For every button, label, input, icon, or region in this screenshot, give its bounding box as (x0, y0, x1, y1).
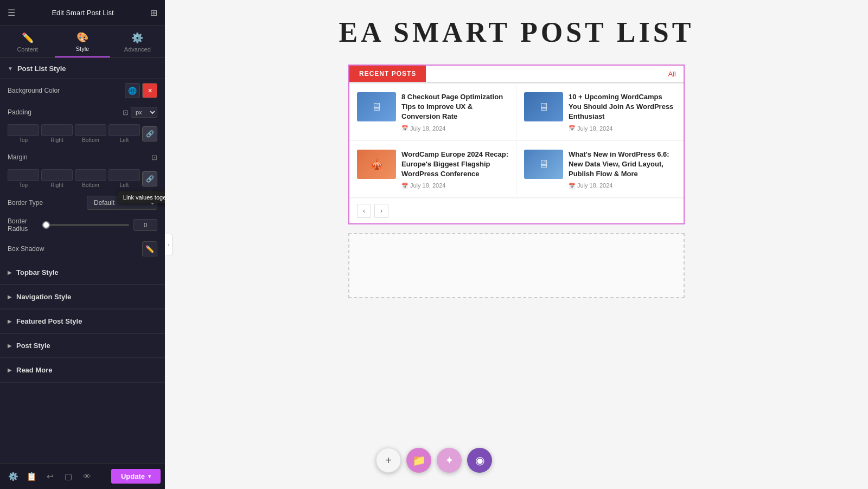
post-list-style-section: ▼ Post List Style Background Color 🌐 ✕ P… (0, 58, 165, 261)
post-info-4: What's New in WordPress 6.6: New Data Vi… (569, 150, 676, 189)
padding-left-label: Left (120, 137, 129, 143)
margin-label: Margin (8, 153, 28, 161)
fab-magic-btn[interactable]: ✦ (437, 448, 462, 473)
box-shadow-edit-btn[interactable]: ✏️ (142, 241, 157, 256)
update-button[interactable]: Update ▾ (111, 469, 161, 484)
padding-unit-wrap: ⊡ pxemrem% (123, 107, 157, 118)
box-shadow-label: Box Shadow (8, 245, 44, 253)
post-date-3: 📅 July 18, 2024 (401, 182, 508, 189)
padding-bottom-input[interactable] (75, 124, 106, 136)
navigation-style-header[interactable]: ▶ Navigation Style (0, 285, 165, 309)
style-tab-label: Style (76, 46, 89, 52)
style-tab-icon: 🎨 (76, 31, 88, 43)
panel-collapse-btn[interactable]: ‹ (165, 234, 173, 255)
margin-inputs: Top Right Bottom Left 🔗 Link values toge… (0, 167, 165, 192)
post-info-2: 10 + Upcoming WordCamps You Should Join … (569, 92, 676, 132)
hamburger-icon[interactable]: ☰ (8, 8, 15, 18)
featured-post-arrow: ▶ (8, 318, 12, 324)
next-page-btn[interactable]: › (374, 204, 388, 218)
topbar-style-label: Topbar Style (16, 268, 59, 276)
padding-link-btn[interactable]: 🔗 (142, 126, 157, 141)
thumb-icon-2: 🖥 (538, 101, 549, 113)
global-color-btn[interactable]: 🌐 (125, 83, 140, 98)
padding-unit-select[interactable]: pxemrem% (131, 107, 157, 118)
featured-post-style-header[interactable]: ▶ Featured Post Style (0, 310, 165, 333)
padding-inputs: Top Right Bottom Left 🔗 (0, 122, 165, 147)
padding-row: Padding ⊡ pxemrem% (0, 102, 165, 122)
thumb-icon-1: 🖥 (371, 101, 382, 113)
margin-left-wrap: Left (108, 169, 140, 188)
margin-link-btn[interactable]: 🔗 Link values together (142, 171, 157, 186)
padding-top-input[interactable] (8, 124, 39, 136)
all-link[interactable]: All (668, 70, 684, 78)
bottom-icons: ⚙️ 📋 ↩ ▢ 👁 (4, 468, 95, 485)
post-item-2: 🖥 10 + Upcoming WordCamps You Should Joi… (516, 83, 684, 141)
post-date-text-1: July 18, 2024 (410, 125, 445, 132)
post-list-style-arrow: ▼ (8, 66, 13, 72)
border-type-label: Border Type (8, 199, 43, 207)
border-radius-controls (42, 219, 157, 231)
padding-left-input[interactable] (108, 124, 140, 136)
post-style-header[interactable]: ▶ Post Style (0, 334, 165, 358)
content-tab-label: Content (17, 46, 38, 53)
post-thumb-4: 🖥 (524, 150, 563, 179)
post-item-1: 🖥 8 Checkout Page Optimization Tips to I… (349, 83, 516, 141)
tabs-row: ✏️ Content 🎨 Style ⚙️ Advanced (0, 26, 165, 58)
preview-icon-btn[interactable]: 👁 (78, 468, 95, 485)
tab-style[interactable]: 🎨 Style (55, 26, 110, 57)
prev-page-btn[interactable]: ‹ (357, 204, 371, 218)
widget-header: RECENT POSTS All (349, 66, 684, 83)
color-picker-btn[interactable]: ✕ (142, 83, 157, 98)
padding-bottom-wrap: Bottom (75, 124, 106, 143)
margin-right-wrap: Right (41, 169, 73, 188)
margin-top-wrap: Top (8, 169, 39, 188)
fab-char-btn[interactable]: ◉ (467, 448, 492, 473)
post-date-4: 📅 July 18, 2024 (569, 182, 676, 189)
padding-right-wrap: Right (41, 124, 73, 143)
fab-folder-btn[interactable]: 📁 (406, 448, 431, 473)
panel-header: ☰ Edit Smart Post List ⊞ (0, 0, 165, 26)
content-tab-icon: ✏️ (22, 32, 34, 44)
cal-icon-4: 📅 (569, 183, 575, 189)
background-color-row: Background Color 🌐 ✕ (0, 79, 165, 102)
margin-left-input[interactable] (108, 169, 140, 181)
update-chevron-icon: ▾ (148, 473, 151, 479)
margin-top-input[interactable] (8, 169, 39, 181)
history-icon-btn[interactable]: ↩ (41, 468, 59, 485)
post-title-2: 10 + Upcoming WordCamps You Should Join … (569, 92, 676, 122)
recent-posts-badge: RECENT POSTS (349, 66, 426, 82)
margin-bottom-input[interactable] (75, 169, 106, 181)
tab-content[interactable]: ✏️ Content (0, 26, 55, 57)
post-date-text-4: July 18, 2024 (577, 182, 612, 189)
read-more-header[interactable]: ▶ Read More (0, 358, 165, 382)
responsive-icon-btn[interactable]: ▢ (60, 468, 77, 485)
background-color-label: Background Color (8, 87, 60, 94)
grid-icon[interactable]: ⊞ (150, 8, 157, 18)
topbar-style-header[interactable]: ▶ Topbar Style (0, 261, 165, 285)
margin-link-icon: ⊡ (151, 153, 157, 162)
settings-icon-btn[interactable]: ⚙️ (4, 468, 22, 485)
cal-icon-2: 📅 (569, 125, 575, 131)
post-list-style-label: Post List Style (17, 65, 66, 73)
fab-add-btn[interactable]: + (376, 448, 401, 473)
margin-row: Margin ⊡ (0, 147, 165, 167)
margin-right-input[interactable] (41, 169, 73, 181)
pagination-row: ‹ › (349, 198, 684, 223)
border-radius-slider[interactable] (42, 224, 129, 226)
border-radius-value[interactable] (133, 219, 157, 231)
widget-container: RECENT POSTS All 🖥 8 Checkout Page Optim… (348, 65, 685, 224)
post-date-text-3: July 18, 2024 (410, 182, 445, 189)
tab-advanced[interactable]: ⚙️ Advanced (110, 26, 165, 57)
padding-left-wrap: Left (108, 124, 140, 143)
box-shadow-row: Box Shadow ✏️ (0, 237, 165, 261)
post-title-4: What's New in WordPress 6.6: New Data Vi… (569, 150, 676, 179)
post-info-3: WordCamp Europe 2024 Recap: Europe's Big… (401, 150, 508, 189)
layers-icon-btn[interactable]: 📋 (23, 468, 40, 485)
advanced-tab-label: Advanced (124, 46, 151, 53)
post-list-style-header[interactable]: ▼ Post List Style (0, 58, 165, 79)
post-thumb-3: 🎪 (357, 150, 396, 179)
padding-right-input[interactable] (41, 124, 73, 136)
left-panel: ☰ Edit Smart Post List ⊞ ✏️ Content 🎨 St… (0, 0, 165, 489)
post-info-1: 8 Checkout Page Optimization Tips to Imp… (401, 92, 508, 132)
post-date-text-2: July 18, 2024 (577, 125, 612, 132)
